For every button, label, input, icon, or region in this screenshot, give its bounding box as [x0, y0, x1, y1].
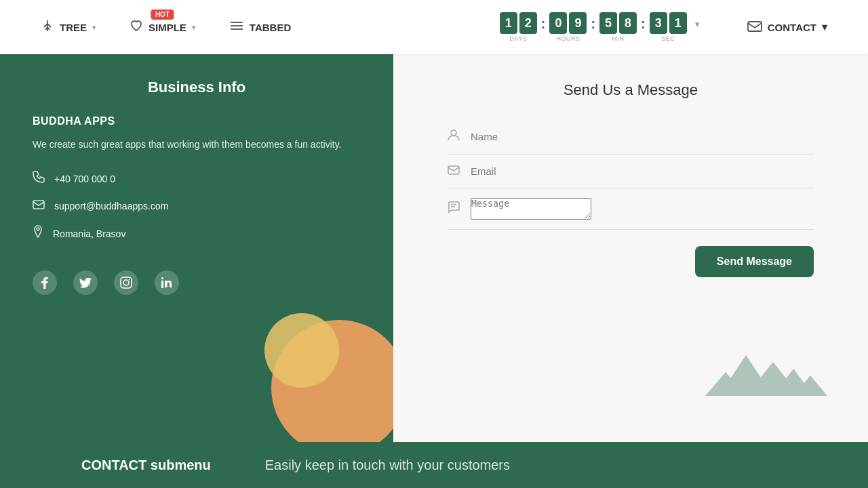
svg-point-15 [161, 277, 163, 279]
linkedin-icon[interactable] [155, 270, 179, 295]
twitter-icon[interactable] [73, 270, 98, 295]
left-panel: Business Info BUDDHA APPS We create such… [0, 54, 393, 442]
nav-item-contact[interactable]: CONTACT ▾ [747, 21, 827, 34]
address-item: Romania, Brasov [33, 225, 361, 242]
tabbed-icon [229, 20, 244, 35]
nav-item-tabbed[interactable]: TABBED [229, 20, 291, 35]
svg-point-16 [451, 130, 456, 136]
email-form-icon [448, 164, 460, 178]
svg-point-12 [123, 280, 129, 285]
phone-item: +40 700 000 0 [33, 171, 361, 186]
days-label: DAYS [509, 35, 527, 42]
user-icon [448, 129, 460, 144]
min-label: MIN [612, 35, 625, 42]
svg-rect-8 [748, 22, 762, 31]
business-info-title: Business Info [33, 79, 361, 96]
hot-badge: HOT [151, 9, 174, 20]
email-field-container [448, 155, 814, 188]
days-digit-1: 1 [500, 12, 517, 34]
min-digit-1: 5 [599, 12, 617, 34]
contact-chevron-icon: ▾ [822, 21, 827, 33]
nav-item-tree[interactable]: TREE ▾ [41, 19, 96, 36]
footer-bar: CONTACT submenu Easily keep in touch wit… [0, 442, 868, 488]
facebook-icon[interactable] [33, 270, 57, 295]
email-input[interactable] [471, 165, 814, 177]
svg-rect-11 [121, 277, 132, 288]
send-message-button[interactable]: Send Message [695, 246, 814, 277]
simple-chevron-icon: ▾ [192, 24, 195, 31]
countdown-sec: 3 1 SEC [650, 12, 687, 42]
svg-rect-14 [161, 281, 163, 288]
nav-contact-label: CONTACT [768, 22, 816, 33]
email-item: support@buddhaapps.com [33, 199, 361, 213]
email-icon [33, 199, 45, 213]
mail-icon [747, 21, 762, 34]
footer-sub-text: Easily keep in touch with your customers [265, 458, 510, 473]
sec-label: SEC [661, 35, 675, 42]
message-icon [448, 201, 460, 216]
sep-2: : [589, 16, 597, 32]
sep-1: : [540, 16, 547, 32]
days-digit-2: 2 [519, 12, 537, 34]
main-content: Business Info BUDDHA APPS We create such… [0, 54, 868, 442]
address-text: Romania, Brasov [53, 228, 125, 239]
name-field-container [448, 119, 814, 155]
sec-digit-1: 3 [650, 12, 667, 34]
mountain-decoration [705, 342, 827, 396]
phone-number: +40 700 000 0 [54, 174, 115, 184]
tree-icon [41, 19, 54, 36]
deco-circle-small [264, 313, 339, 388]
nav-tree-label: TREE [60, 22, 87, 33]
message-input[interactable] [471, 198, 591, 220]
countdown-days: 1 2 DAYS [500, 12, 537, 42]
heart-icon [130, 19, 143, 36]
countdown-hours: 0 9 HOURS [549, 12, 587, 42]
instagram-icon[interactable] [114, 270, 138, 295]
svg-rect-17 [448, 166, 459, 174]
countdown-min: 5 8 MIN [599, 12, 637, 42]
message-field-container [448, 188, 814, 230]
sec-digit-2: 1 [669, 12, 687, 34]
tree-chevron-icon: ▾ [92, 24, 96, 31]
nav-tabbed-label: TABBED [250, 22, 291, 33]
min-digit-2: 8 [619, 12, 637, 34]
nav-simple-label: SIMPLE [149, 22, 186, 33]
location-icon [33, 225, 43, 242]
svg-point-13 [129, 279, 130, 281]
hours-label: HOURS [556, 35, 580, 42]
hours-digit-2: 9 [569, 12, 587, 34]
svg-rect-9 [33, 201, 44, 209]
footer-main-text: CONTACT submenu [81, 458, 211, 473]
countdown-chevron-icon: ▾ [695, 19, 700, 29]
email-address: support@buddhaapps.com [54, 201, 168, 211]
form-title: Send Us a Message [448, 81, 814, 99]
sep-3: : [639, 16, 647, 32]
company-name: BUDDHA APPS [33, 115, 361, 127]
svg-point-10 [37, 228, 39, 230]
company-description: We create such great apps that working w… [33, 137, 361, 152]
hours-digit-1: 0 [549, 12, 567, 34]
countdown: 1 2 DAYS : 0 9 HOURS : 5 8 MIN : 3 1 [500, 12, 700, 42]
nav-item-simple[interactable]: HOT SIMPLE ▾ [130, 19, 195, 36]
navbar: TREE ▾ HOT SIMPLE ▾ TABBED 1 2 [0, 0, 868, 54]
name-input[interactable] [471, 131, 814, 142]
social-icons [33, 270, 361, 295]
phone-icon [33, 171, 45, 186]
